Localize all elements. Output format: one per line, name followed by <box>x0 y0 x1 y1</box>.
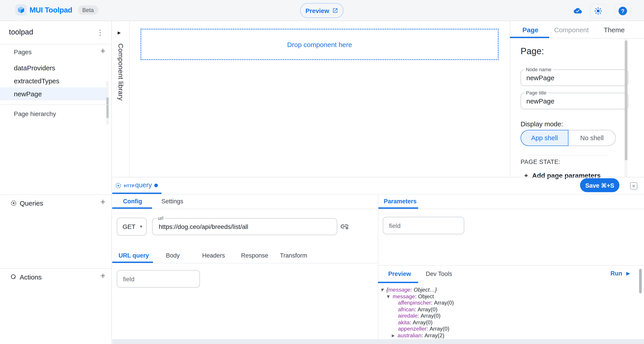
save-button[interactable]: Save ⌘+S <box>580 178 620 192</box>
actions-icon <box>11 274 16 279</box>
play-icon: ▶ <box>626 271 630 276</box>
tree-value: Array(0) <box>420 313 440 319</box>
active-tab-underline <box>112 262 153 263</box>
tab-component[interactable]: Component <box>554 26 589 34</box>
tab-body[interactable]: Body <box>166 252 180 259</box>
parameters-input[interactable] <box>389 217 456 234</box>
tree-root-suffix: : Object…} <box>410 287 437 293</box>
close-query-editor-button[interactable]: ✕ <box>630 182 637 190</box>
divider <box>378 265 644 266</box>
add-action-button[interactable]: + <box>98 271 108 281</box>
deploy-status-button[interactable] <box>571 5 584 16</box>
tab-dev-tools[interactable]: Dev Tools <box>426 271 452 277</box>
tree-value: Array(0) <box>430 326 450 332</box>
unsaved-changes-dot <box>154 184 158 187</box>
tree-row: akita: Array(0) <box>398 319 638 326</box>
tree-key: message <box>393 293 415 300</box>
url-input[interactable] <box>159 219 333 235</box>
active-tab-underline <box>112 193 162 194</box>
project-menu-button[interactable]: ⋮ <box>95 27 106 38</box>
light-mode-icon <box>594 7 602 15</box>
chevron-down-icon: ▾ <box>140 224 142 229</box>
tree-colon: : <box>414 306 418 313</box>
tab-settings[interactable]: Settings <box>162 198 183 205</box>
divider <box>510 38 644 39</box>
tab-url-query[interactable]: URL query <box>118 252 149 259</box>
tree-value: Array(0) <box>413 319 433 326</box>
url-field: url <box>152 218 337 235</box>
tree-value: Array(0) <box>434 300 454 306</box>
tree-expand-icon[interactable]: ▼ <box>387 293 393 300</box>
app-header: MUI Toolpad Beta Preview <box>0 0 644 21</box>
http-method-value: GET <box>122 223 136 230</box>
display-mode-no-shell[interactable]: No shell <box>568 130 616 146</box>
tree-row: affenpinscher: Array(0) <box>398 300 638 306</box>
app-window: MUI Toolpad Beta Preview <box>0 0 644 344</box>
add-link-icon[interactable] <box>340 222 349 233</box>
divider <box>0 268 112 269</box>
node-name-input[interactable] <box>526 70 622 86</box>
preview-button-label: Preview <box>306 7 329 14</box>
display-mode-app-shell[interactable]: App shell <box>520 130 568 146</box>
sidebar-item-extractedtypes[interactable]: extractedTypes <box>0 74 106 87</box>
tree-key: affenpinscher <box>398 300 431 306</box>
preview-button[interactable]: Preview <box>300 3 344 18</box>
app-title: MUI Toolpad <box>30 6 72 14</box>
cloud-done-icon <box>572 7 583 15</box>
tree-expand-icon[interactable]: ▶ <box>392 332 398 339</box>
actions-section-label: Actions <box>20 273 42 281</box>
preview-scrollbar-thumb[interactable] <box>639 269 642 293</box>
toolpad-logo-icon <box>15 4 27 16</box>
query-tab[interactable]: query <box>135 181 152 189</box>
add-page-button[interactable]: + <box>98 46 108 56</box>
active-tab-underline <box>510 37 549 38</box>
url-query-param-input[interactable] <box>123 271 190 287</box>
tree-expand-icon[interactable]: ▼ <box>380 287 386 293</box>
divider <box>0 104 112 105</box>
url-query-param-field <box>117 270 200 288</box>
tree-key: akita <box>398 319 410 326</box>
tree-key: appenzeller <box>398 326 426 332</box>
http-method-select[interactable]: GET ▾ <box>117 218 147 236</box>
help-button[interactable]: ? <box>614 4 631 18</box>
tab-preview[interactable]: Preview <box>388 271 411 277</box>
queries-icon <box>11 200 16 206</box>
queries-section-label: Queries <box>20 199 43 207</box>
active-tab-underline <box>378 282 418 283</box>
tab-parameters[interactable]: Parameters <box>384 198 416 205</box>
sidebar-item-newpage[interactable]: newPage <box>0 87 106 100</box>
tab-headers[interactable]: Headers <box>202 252 225 259</box>
tree-value: Array(0) <box>418 306 438 313</box>
tree-colon: : <box>418 313 421 319</box>
canvas-drop-zone[interactable]: Drop component here <box>140 29 499 60</box>
tree-colon: : <box>422 332 425 339</box>
tree-value: Object <box>418 293 434 300</box>
tree-key: african <box>398 306 414 313</box>
tree-key: australian <box>398 332 422 339</box>
tab-theme[interactable]: Theme <box>604 26 624 34</box>
beta-badge: Beta <box>78 5 98 15</box>
page-title-input[interactable] <box>526 93 622 109</box>
divider <box>528 155 608 155</box>
tab-config[interactable]: Config <box>123 198 142 205</box>
run-button[interactable]: Run ▶ <box>610 270 630 277</box>
sidebar-item-dataproviders[interactable]: dataProviders <box>0 61 106 74</box>
tab-response[interactable]: Response <box>241 252 268 259</box>
pages-scrollbar-thumb[interactable] <box>106 97 108 118</box>
add-page-parameters-button[interactable]: + Add page parameters <box>524 171 600 179</box>
divider <box>0 44 112 44</box>
tab-transform[interactable]: Transform <box>280 252 307 259</box>
tree-row: ▼message: Object <box>387 293 638 300</box>
tab-page[interactable]: Page <box>522 26 538 34</box>
inspector-heading: Page: <box>520 46 544 56</box>
tree-row: ▶australian: Array(2) <box>392 332 638 339</box>
panel-divider <box>378 194 378 339</box>
plus-icon: + <box>100 197 105 207</box>
drop-zone-label: Drop component here <box>287 41 352 48</box>
run-button-label: Run <box>610 270 622 277</box>
theme-toggle-button[interactable] <box>590 4 606 18</box>
horizontal-scrollbar-track[interactable] <box>112 339 644 344</box>
expand-library-chevron-icon[interactable]: ▶ <box>118 31 121 35</box>
add-query-button[interactable]: + <box>98 197 108 207</box>
tree-row: appenzeller: Array(0) <box>398 326 638 332</box>
